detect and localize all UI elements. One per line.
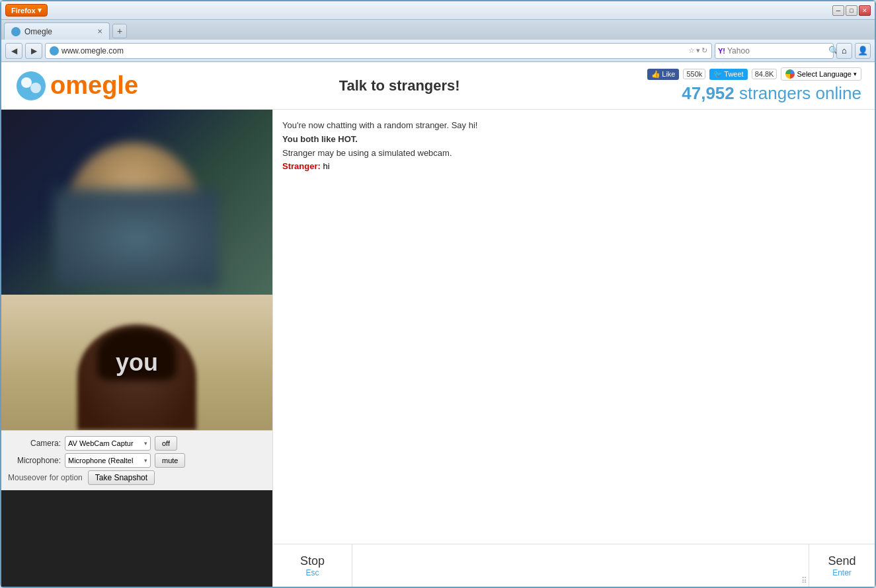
- camera-row: Camera: AV WebCam Captur ▾ off: [8, 436, 266, 451]
- send-label: Send: [828, 554, 856, 568]
- header-right: 👍 Like 550k 🐦 Tweet 84.8K Select Languag…: [647, 67, 861, 104]
- tweet-button[interactable]: 🐦 Tweet: [709, 69, 747, 80]
- profile-button[interactable]: 👤: [855, 43, 871, 59]
- you-label: you: [116, 349, 158, 377]
- snapshot-button[interactable]: Take Snapshot: [88, 470, 155, 485]
- omegle-logo: omegle: [15, 69, 138, 102]
- select-language-button[interactable]: Select Language ▾: [781, 67, 861, 81]
- site-icon: [50, 46, 59, 55]
- tab-bar: Omegle ✕ +: [1, 20, 875, 40]
- mouseover-hint: Mouseover for option: [8, 473, 83, 482]
- title-bar: Firefox ▾ ─ □ ✕: [1, 1, 875, 20]
- new-tab-button[interactable]: +: [112, 24, 127, 38]
- chat-messages: You're now chatting with a random strang…: [273, 110, 875, 544]
- stranger-message-1: Stranger: hi: [282, 160, 865, 174]
- stranger-body-shape: [54, 189, 219, 288]
- system-message-2: You both like HOT.: [282, 133, 865, 147]
- stop-button-area[interactable]: Stop Esc: [273, 544, 352, 587]
- microphone-dropdown-arrow: ▾: [144, 457, 147, 464]
- close-button[interactable]: ✕: [859, 5, 871, 16]
- strangers-count: 47,952: [682, 83, 735, 103]
- your-person-shape: [77, 324, 196, 430]
- browser-tab[interactable]: Omegle ✕: [4, 22, 110, 40]
- social-bar: 👍 Like 550k 🐦 Tweet 84.8K Select Languag…: [647, 67, 861, 81]
- send-button-area[interactable]: Send Enter: [809, 544, 875, 587]
- stop-label: Stop: [300, 554, 325, 568]
- window-controls: ─ □ ✕: [832, 5, 871, 16]
- chevron-down-icon: ▾: [854, 71, 857, 77]
- strangers-online: 47,952 strangers online: [682, 83, 861, 104]
- message-input-area: ⠿: [352, 544, 809, 587]
- mute-button[interactable]: mute: [155, 453, 185, 468]
- snapshot-area: Mouseover for option Take Snapshot: [8, 470, 266, 485]
- tab-close-button[interactable]: ✕: [97, 28, 102, 35]
- omegle-header: omegle Talk to strangers! 👍 Like 550k 🐦 …: [1, 62, 875, 110]
- stranger-video: [1, 110, 272, 295]
- search-input[interactable]: [727, 46, 826, 55]
- url-text: www.omegle.com: [61, 46, 686, 55]
- stranger-label: Stranger:: [282, 161, 321, 171]
- camera-off-button[interactable]: off: [155, 436, 177, 451]
- google-icon: [785, 69, 795, 79]
- bookmark-down-icon[interactable]: ▾: [696, 46, 700, 55]
- tweet-count: 84.8K: [752, 69, 777, 79]
- bookmark-icon[interactable]: ☆: [688, 46, 695, 55]
- omegle-logo-icon: [15, 69, 48, 102]
- home-icon: ⌂: [842, 46, 847, 55]
- system-message-1: You're now chatting with a random strang…: [282, 119, 865, 133]
- back-button[interactable]: ◀: [5, 43, 22, 59]
- stop-hint: Esc: [305, 568, 319, 577]
- strangers-label: strangers online: [735, 83, 861, 103]
- microphone-label: Microphone:: [8, 456, 61, 465]
- system-message-3: Stranger may be using a simulated webcam…: [282, 147, 865, 161]
- camera-select[interactable]: AV WebCam Captur ▾: [65, 436, 151, 451]
- svg-point-1: [21, 77, 32, 88]
- maximize-button[interactable]: □: [846, 5, 857, 16]
- stranger-message-text: hi: [323, 161, 329, 171]
- send-hint: Enter: [832, 568, 852, 577]
- logo-text: omegle: [50, 71, 138, 100]
- yahoo-logo: Y!: [718, 47, 725, 55]
- title-bar-left: Firefox ▾: [5, 4, 48, 17]
- nav-bar: ◀ ▶ www.omegle.com ☆ ▾ ↻ Y! 🔍 ⌂ 👤: [1, 40, 875, 62]
- your-video: you: [1, 295, 272, 430]
- like-button[interactable]: 👍 Like: [647, 69, 679, 80]
- browser-window: Firefox ▾ ─ □ ✕ Omegle ✕ + ◀: [0, 0, 876, 588]
- main-area: you Camera: AV WebCam Captur ▾ of: [1, 110, 875, 587]
- controls-panel: Camera: AV WebCam Captur ▾ off Microphon…: [1, 430, 272, 490]
- search-bar[interactable]: Y! 🔍: [715, 43, 834, 59]
- chat-input-area: Stop Esc ⠿ Send Enter: [273, 544, 875, 587]
- address-bar[interactable]: www.omegle.com ☆ ▾ ↻: [45, 43, 712, 59]
- tab-label: Omegle: [24, 27, 52, 36]
- your-video-bg: you: [1, 295, 272, 430]
- camera-dropdown-arrow: ▾: [144, 440, 147, 447]
- minimize-button[interactable]: ─: [832, 5, 844, 16]
- refresh-icon[interactable]: ↻: [701, 46, 707, 55]
- video-panel: you Camera: AV WebCam Captur ▾ of: [1, 110, 272, 587]
- home-button[interactable]: ⌂: [836, 43, 852, 59]
- camera-label: Camera:: [8, 439, 61, 448]
- microphone-row: Microphone: Microphone (Realtel ▾ mute: [8, 453, 266, 468]
- profile-icon: 👤: [857, 46, 868, 55]
- svg-point-2: [30, 83, 41, 93]
- tagline: Talk to strangers!: [151, 77, 647, 94]
- address-bar-actions: ☆ ▾ ↻: [688, 46, 707, 55]
- microphone-select[interactable]: Microphone (Realtel ▾: [65, 453, 151, 468]
- like-count: 550k: [683, 69, 705, 79]
- message-textarea[interactable]: [352, 544, 809, 587]
- page-content: omegle Talk to strangers! 👍 Like 550k 🐦 …: [1, 62, 875, 587]
- omegle-page: omegle Talk to strangers! 👍 Like 550k 🐦 …: [1, 62, 875, 587]
- camera-device-text: AV WebCam Captur: [68, 439, 134, 447]
- resize-handle-icon: ⠿: [801, 576, 807, 585]
- chat-panel: You're now chatting with a random strang…: [272, 110, 875, 587]
- forward-button[interactable]: ▶: [25, 43, 42, 59]
- select-language-label: Select Language: [797, 70, 852, 78]
- tab-favicon: [11, 27, 20, 36]
- microphone-device-text: Microphone (Realtel: [68, 457, 133, 464]
- firefox-menu-button[interactable]: Firefox ▾: [5, 4, 48, 17]
